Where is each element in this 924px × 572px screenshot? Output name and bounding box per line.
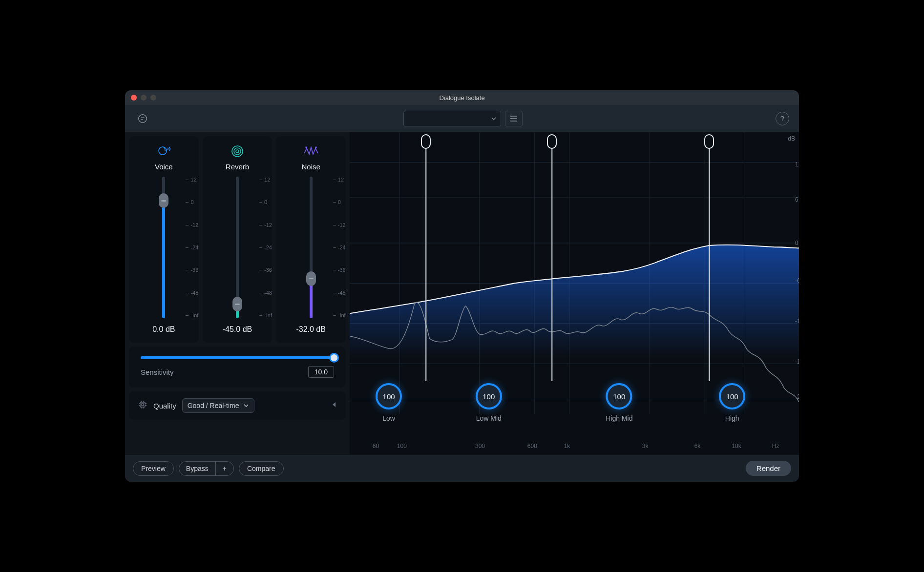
band-divider-2[interactable] (551, 147, 552, 381)
sensitivity-value[interactable]: 10.0 (308, 366, 334, 378)
noise-value: -32.0 dB (296, 325, 325, 334)
quality-dropdown[interactable]: Good / Real-time (182, 398, 254, 413)
bypass-group: Bypass + (179, 461, 234, 476)
cpu-icon (138, 400, 147, 411)
app-window: Dialogue Isolate ? (125, 90, 799, 482)
band-divider-1[interactable] (426, 147, 427, 381)
minimize-window-button[interactable] (141, 95, 147, 101)
bypass-button[interactable]: Bypass (179, 462, 216, 475)
svg-point-0 (139, 114, 147, 123)
band-high-mid-knob[interactable]: 100 (606, 383, 632, 409)
band-low-mid: 100 Low Mid (476, 383, 502, 422)
voice-module: Voice 12 0 -12 -24 -36 -48 (129, 136, 199, 343)
compare-button[interactable]: Compare (239, 461, 284, 476)
titlebar: Dialogue Isolate (125, 90, 799, 105)
voice-slider[interactable]: 12 0 -12 -24 -36 -48 -Inf (147, 177, 181, 318)
band-handle-2[interactable] (547, 134, 557, 149)
noise-module: Noise 12 0 -12 -24 -36 -48 (276, 136, 346, 343)
collapse-button[interactable] (331, 401, 337, 410)
window-title: Dialogue Isolate (439, 94, 484, 102)
band-low-mid-knob[interactable]: 100 (476, 383, 502, 409)
help-button[interactable]: ? (776, 112, 789, 125)
reverb-slider-ticks: 12 0 -12 -24 -36 -48 -Inf (264, 177, 272, 318)
module-sliders-row: Voice 12 0 -12 -24 -36 -48 (129, 136, 346, 343)
render-button[interactable]: Render (746, 461, 791, 476)
noise-icon (303, 143, 319, 160)
voice-label: Voice (155, 163, 173, 171)
svg-point-6 (315, 147, 316, 148)
reverb-icon (230, 143, 245, 160)
chevron-down-icon (491, 116, 497, 122)
reverb-label: Reverb (226, 163, 249, 171)
band-knobs: 100 Low 100 Low Mid 100 High Mid 100 Hig… (350, 383, 784, 442)
reverb-value: -45.0 dB (223, 325, 252, 334)
band-high: 100 High (719, 383, 745, 422)
svg-point-5 (306, 147, 307, 148)
svg-point-2 (236, 150, 239, 153)
sensitivity-label: Sensitivity (141, 368, 174, 376)
preview-button[interactable]: Preview (133, 461, 174, 476)
preset-menu-button[interactable] (505, 111, 523, 126)
hamburger-icon (510, 115, 518, 122)
band-low: 100 Low (376, 383, 402, 422)
sensitivity-panel: Sensitivity 10.0 (129, 347, 346, 388)
voice-slider-ticks: 12 0 -12 -24 -36 -48 -Inf (190, 177, 198, 318)
top-toolbar: ? (125, 105, 799, 132)
main-content: Voice 12 0 -12 -24 -36 -48 (125, 132, 799, 454)
band-high-mid: 100 High Mid (606, 383, 632, 422)
quality-panel: Quality Good / Real-time (129, 391, 346, 420)
controls-panel: Voice 12 0 -12 -24 -36 -48 (125, 132, 350, 454)
spectrum-display[interactable]: dB 12 6 0 -6 -12 -18 -24 100 Low 100 Low… (350, 132, 799, 454)
reverb-module: Reverb 12 0 -12 -24 -36 -48 (203, 136, 273, 343)
svg-rect-8 (142, 404, 144, 406)
close-window-button[interactable] (131, 95, 137, 101)
preset-dropdown[interactable] (403, 111, 501, 126)
voice-value: 0.0 dB (152, 325, 175, 334)
quality-label: Quality (153, 402, 176, 410)
sensitivity-slider[interactable] (141, 356, 334, 359)
band-handle-3[interactable] (704, 134, 714, 149)
noise-slider-ticks: 12 0 -12 -24 -36 -48 -Inf (338, 177, 346, 318)
zoom-window-button[interactable] (150, 95, 156, 101)
bypass-add-button[interactable]: + (216, 462, 233, 475)
freq-axis: 60 100 300 600 1k 3k 6k 10k Hz (350, 443, 784, 450)
chat-icon[interactable] (135, 111, 150, 126)
traffic-lights (131, 95, 156, 101)
quality-selected: Good / Real-time (188, 402, 239, 409)
noise-slider[interactable]: 12 0 -12 -24 -36 -48 -Inf (294, 177, 328, 318)
voice-icon (156, 143, 171, 160)
svg-rect-7 (140, 402, 145, 407)
noise-label: Noise (302, 163, 320, 171)
band-low-knob[interactable]: 100 (376, 383, 402, 409)
band-high-knob[interactable]: 100 (719, 383, 745, 409)
reverb-slider[interactable]: 12 0 -12 -24 -36 -48 -Inf (220, 177, 254, 318)
chevron-down-icon (243, 403, 249, 409)
band-handle-1[interactable] (421, 134, 431, 149)
svg-point-3 (234, 148, 241, 155)
band-divider-3[interactable] (709, 147, 710, 381)
footer-bar: Preview Bypass + Compare Render (125, 454, 799, 482)
